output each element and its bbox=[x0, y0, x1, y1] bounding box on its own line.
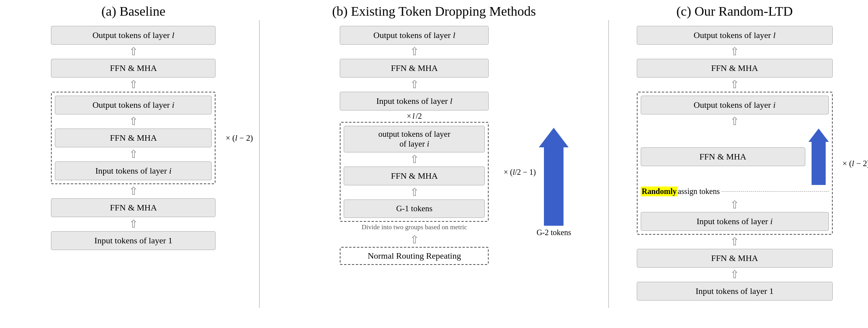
hollow-arrow-c2: ⇧ bbox=[730, 79, 739, 90]
arrow-1-b: ⇧ bbox=[410, 46, 419, 57]
g-tokens-row: G-1 tokens bbox=[344, 199, 485, 218]
hollow-arrow-b4: ⇧ bbox=[410, 187, 419, 198]
box-normal-routing: Normal Routing Repeating bbox=[340, 247, 489, 265]
arrow-6-a: ⇧ bbox=[129, 219, 138, 230]
box-g1: G-1 tokens bbox=[344, 199, 485, 218]
repeat-label-c: × (l − 2) bbox=[843, 158, 868, 168]
arrow-1-a: ⇧ bbox=[129, 46, 138, 57]
hollow-arrow-icon-5: ⇧ bbox=[129, 186, 138, 197]
box-output-i-a: Output tokens of layer i bbox=[55, 96, 212, 114]
arrow-3-c: ⇧ bbox=[730, 116, 739, 127]
box-input-i-a: Input tokens of layer i bbox=[55, 161, 212, 180]
assign-label: assign tokens bbox=[678, 187, 719, 196]
ffn-row-c: FFN & MHA bbox=[641, 129, 829, 185]
hollow-arrow-icon: ⇧ bbox=[129, 46, 138, 57]
box-ffn-top-b: FFN & MHA bbox=[340, 59, 489, 78]
hollow-arrow-c3: ⇧ bbox=[730, 116, 739, 127]
arrow-4-a: ⇧ bbox=[129, 149, 138, 160]
dashed-line-c bbox=[721, 191, 829, 192]
arrow-4-b: ⇧ bbox=[410, 187, 419, 198]
arrow-2-c: ⇧ bbox=[730, 79, 739, 90]
g2-label: G-2 tokens bbox=[536, 228, 571, 237]
section-b-right: G-2 tokens bbox=[536, 128, 571, 237]
hollow-arrow-c6: ⇧ bbox=[730, 269, 739, 280]
arrow-2-a: ⇧ bbox=[129, 79, 138, 90]
arrow-5-b: ⇧ bbox=[410, 234, 419, 245]
hollow-arrow-b3: ⇧ bbox=[410, 154, 419, 165]
hollow-arrow-c5: ⇧ bbox=[730, 236, 739, 247]
arrow-2-b: ⇧ bbox=[410, 79, 419, 90]
hollow-arrow-icon-6: ⇧ bbox=[129, 219, 138, 230]
blue-arrow-wrapper bbox=[539, 128, 569, 226]
dashed-box-b: output tokens of layerof layer i ⇧ FFN &… bbox=[340, 122, 489, 222]
box-output-l-c: Output tokens of layer l bbox=[637, 26, 833, 45]
blue-arrow-c-wrapper bbox=[808, 129, 829, 185]
section-b-wrapper: Output tokens of layer l ⇧ FFN & MHA ⇧ I… bbox=[297, 26, 571, 265]
box-input-i-c: Input tokens of layer i bbox=[641, 212, 829, 231]
blue-arrow-body-c bbox=[812, 142, 826, 185]
box-input-l-b: Input tokens of layer l bbox=[340, 92, 489, 111]
hollow-arrow-c4: ⇧ bbox=[730, 199, 739, 210]
section-b-left: Output tokens of layer l ⇧ FFN & MHA ⇧ I… bbox=[297, 26, 532, 265]
arrow-4-c: ⇧ bbox=[730, 199, 739, 210]
box-input-1-c: Input tokens of layer 1 bbox=[637, 282, 833, 301]
box-ffn-mid-c: FFN & MHA bbox=[641, 147, 805, 166]
box-input-1-a: Input tokens of layer 1 bbox=[51, 231, 216, 250]
dashed-box-c: Output tokens of layer i ⇧ FFN & MHA bbox=[637, 92, 833, 235]
box-ffn-top-a: FFN & MHA bbox=[51, 59, 216, 78]
section-a-title: (a) Baseline bbox=[101, 4, 165, 19]
hollow-arrow-icon-4: ⇧ bbox=[129, 149, 138, 160]
arrow-3-a: ⇧ bbox=[129, 116, 138, 127]
box-ffn-bot-c: FFN & MHA bbox=[637, 249, 833, 268]
box-ffn-bot-a: FFN & MHA bbox=[51, 198, 216, 217]
hollow-arrow-c1: ⇧ bbox=[730, 46, 739, 57]
box-output-i-c: Output tokens of layer i bbox=[641, 96, 829, 114]
section-c: (c) Our Random-LTD Output tokens of laye… bbox=[609, 4, 860, 324]
section-a-content: Output tokens of layer l ⇧ FFN & MHA ⇧ O… bbox=[51, 26, 216, 250]
hollow-arrow-b5: ⇧ bbox=[410, 234, 419, 245]
box-ffn-mid-a: FFN & MHA bbox=[55, 129, 212, 147]
box-ffn-mid-b: FFN & MHA bbox=[344, 167, 485, 185]
divide-annotation: Divide into two groups based on metric bbox=[362, 223, 467, 231]
repeat-label-b-top: × l/2 bbox=[407, 112, 422, 121]
randomly-row: Randomly assign tokens bbox=[641, 187, 829, 196]
arrow-3-b: ⇧ bbox=[410, 154, 419, 165]
hollow-arrow-b2: ⇧ bbox=[410, 79, 419, 90]
hollow-arrow-b1: ⇧ bbox=[410, 46, 419, 57]
section-c-title: (c) Our Random-LTD bbox=[676, 4, 793, 19]
main-container: (a) Baseline Output tokens of layer l ⇧ … bbox=[0, 0, 868, 328]
dashed-repeat-b: output tokens of layerof layer i ⇧ FFN &… bbox=[340, 122, 489, 222]
arrow-5-c: ⇧ bbox=[730, 236, 739, 247]
dashed-repeat-a: Output tokens of layer i ⇧ FFN & MHA ⇧ I… bbox=[51, 92, 216, 184]
arrow-5-a: ⇧ bbox=[129, 186, 138, 197]
repeat-label-b-bot: × (l/2 − 1) bbox=[504, 167, 536, 176]
blue-arrow-head-c bbox=[808, 129, 829, 142]
box-output-l-a: Output tokens of layer l bbox=[51, 26, 216, 45]
dashed-repeat-c: Output tokens of layer i ⇧ FFN & MHA bbox=[637, 92, 833, 235]
hollow-arrow-icon-2: ⇧ bbox=[129, 79, 138, 90]
dashed-box-a: Output tokens of layer i ⇧ FFN & MHA ⇧ I… bbox=[51, 92, 216, 184]
section-c-content: Output tokens of layer l ⇧ FFN & MHA ⇧ O… bbox=[637, 26, 833, 301]
randomly-label: Randomly bbox=[641, 187, 678, 196]
arrow-6-c: ⇧ bbox=[730, 269, 739, 280]
hollow-arrow-icon-3: ⇧ bbox=[129, 116, 138, 127]
repeat-label-a: × (l − 2) bbox=[226, 133, 253, 143]
arrow-1-c: ⇧ bbox=[730, 46, 739, 57]
box-output-l-b: Output tokens of layer l bbox=[340, 26, 489, 45]
box-ffn-top-c: FFN & MHA bbox=[637, 59, 833, 78]
section-b: (b) Existing Token Dropping Methods Outp… bbox=[260, 4, 608, 324]
blue-arrow-body bbox=[544, 147, 564, 226]
blue-arrow-head bbox=[539, 128, 569, 147]
section-b-title: (b) Existing Token Dropping Methods bbox=[332, 4, 536, 19]
section-a: (a) Baseline Output tokens of layer l ⇧ … bbox=[8, 4, 259, 324]
box-output-i-b: output tokens of layerof layer i bbox=[344, 126, 485, 152]
